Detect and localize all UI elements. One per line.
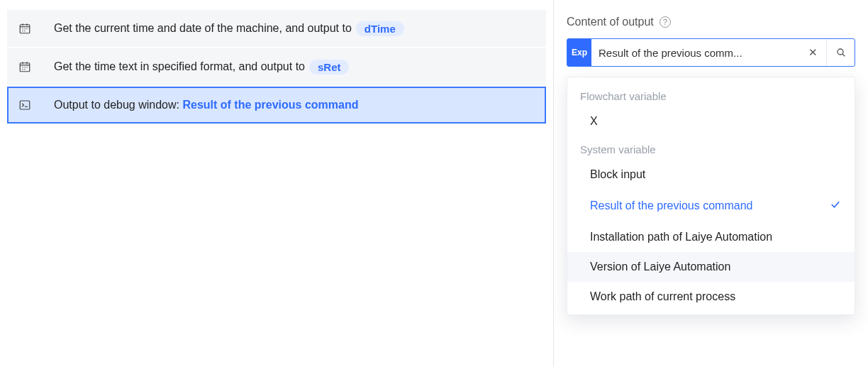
step-text-value: Result of the previous command xyxy=(182,99,358,111)
output-variable-pill[interactable]: sRet xyxy=(309,60,350,75)
expression-field[interactable]: Exp Result of the previous comm... ✕ xyxy=(567,38,855,67)
svg-point-20 xyxy=(838,49,843,55)
dropdown-item-label: Block input xyxy=(590,168,645,181)
search-icon[interactable] xyxy=(826,39,855,66)
dropdown-item[interactable]: Work path of current process xyxy=(567,282,855,312)
step-text: Get the current time and date of the mac… xyxy=(54,22,352,35)
svg-rect-18 xyxy=(20,101,30,109)
panel-title: Content of output ? xyxy=(567,16,855,28)
close-icon[interactable]: ✕ xyxy=(807,46,819,59)
step-text-prefix: Output to debug window: xyxy=(54,99,182,111)
step-row-selected[interactable]: Output to debug window: Result of the pr… xyxy=(7,87,546,124)
check-icon xyxy=(829,198,842,214)
step-row[interactable]: Get the current time and date of the mac… xyxy=(7,10,546,47)
panel-title-text: Content of output xyxy=(567,16,654,28)
dropdown-group-label: System variable xyxy=(567,136,855,160)
dropdown-item-label: Version of Laiye Automation xyxy=(590,261,730,273)
calendar-icon xyxy=(17,21,33,36)
dropdown-item-selected[interactable]: Result of the previous command xyxy=(567,190,855,222)
dropdown-item[interactable]: Version of Laiye Automation xyxy=(567,252,855,282)
help-icon[interactable]: ? xyxy=(660,16,671,28)
dropdown-item[interactable]: Block input xyxy=(567,160,855,190)
dropdown-item-label: Installation path of Laiye Automation xyxy=(590,231,772,243)
svg-line-21 xyxy=(842,54,845,56)
dropdown-item[interactable]: X xyxy=(567,106,855,136)
dropdown-item-label: X xyxy=(590,115,598,128)
dropdown-group-label: Flowchart variable xyxy=(567,83,855,106)
expression-badge: Exp xyxy=(567,39,591,66)
properties-panel: Content of output ? Exp Result of the pr… xyxy=(554,0,868,367)
dropdown-item[interactable]: Installation path of Laiye Automation xyxy=(567,222,855,252)
output-variable-pill[interactable]: dTime xyxy=(356,21,404,36)
step-text: Get the time text in specified format, a… xyxy=(54,60,305,73)
expression-input[interactable]: Result of the previous comm... ✕ xyxy=(591,39,826,66)
step-row[interactable]: Get the time text in specified format, a… xyxy=(7,48,546,85)
expression-value: Result of the previous comm... xyxy=(599,47,803,59)
terminal-icon xyxy=(17,97,33,113)
step-list: Get the current time and date of the mac… xyxy=(0,0,553,367)
dropdown-item-label: Work path of current process xyxy=(590,290,735,303)
calendar-icon xyxy=(17,59,33,75)
variable-dropdown: Flowchart variable X System variable Blo… xyxy=(567,77,855,315)
step-text: Output to debug window: Result of the pr… xyxy=(54,99,359,111)
dropdown-item-label: Result of the previous command xyxy=(590,199,752,212)
